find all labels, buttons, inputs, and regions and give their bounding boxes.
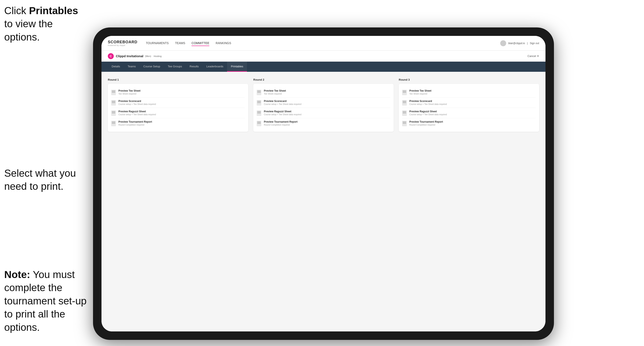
nav-committee[interactable]: COMMITTEE xyxy=(192,40,209,46)
nav-rankings[interactable]: RANKINGS xyxy=(216,40,231,46)
tab-printables[interactable]: Printables xyxy=(227,62,247,72)
annotation-middle: Select what you need to print. xyxy=(4,167,84,193)
print-item-subtitle: Course setup + Tee Sheet data required xyxy=(409,113,536,116)
tournament-status: Hosting xyxy=(154,55,162,57)
round-1-card: Preview Tee SheetTee Sheet requiredPrevi… xyxy=(108,84,248,132)
main-content: Round 1Preview Tee SheetTee Sheet requir… xyxy=(102,72,546,332)
print-item-title: Preview Scorecard xyxy=(118,100,245,103)
logo-area: SCOREBOARD Powered by clippd xyxy=(108,40,138,46)
rounds-grid: Round 1Preview Tee SheetTee Sheet requir… xyxy=(108,78,539,132)
annotation-bottom: Note: You must complete the tournament s… xyxy=(4,268,93,334)
annotation-top: Click Printables to view the options. xyxy=(4,4,84,44)
print-item-title: Preview Scorecard xyxy=(409,100,536,103)
round-2-card: Preview Tee SheetTee Sheet requiredPrevi… xyxy=(253,84,394,132)
print-item-subtitle: Round Completion required xyxy=(264,124,390,126)
nav-teams[interactable]: TEAMS xyxy=(175,40,185,46)
document-icon xyxy=(257,121,261,126)
round-2-column: Round 2Preview Tee SheetTee Sheet requir… xyxy=(253,78,394,132)
round-1-item-1[interactable]: Preview Tee SheetTee Sheet required xyxy=(111,87,245,98)
print-item-title: Preview Raguzzi Sheet xyxy=(409,110,536,113)
document-icon xyxy=(402,90,407,95)
round-2-item-2[interactable]: Preview ScorecardCourse setup + Tee Shee… xyxy=(257,98,390,108)
tablet-shell: SCOREBOARD Powered by clippd TOURNAMENTS… xyxy=(93,27,554,340)
tournament-name: Clippd Invitational xyxy=(116,54,143,58)
tab-bar: Details Teams Course Setup Tee Groups Re… xyxy=(102,62,546,72)
annotation-bold: Printables xyxy=(29,5,78,16)
tab-course-setup[interactable]: Course Setup xyxy=(140,62,164,72)
top-nav-right: blair@clippd.io | Sign out xyxy=(500,40,539,46)
print-item-subtitle: Round Completion required xyxy=(409,124,536,126)
sign-out-link[interactable]: Sign out xyxy=(530,42,539,45)
round-1-title: Round 1 xyxy=(108,78,248,81)
print-item-subtitle: Round Completion required xyxy=(118,124,245,126)
tournament-logo: C xyxy=(108,53,114,59)
print-item-subtitle: Course setup + Tee Sheet data required xyxy=(118,103,245,105)
logo-title: SCOREBOARD xyxy=(108,40,138,44)
document-icon xyxy=(111,90,116,95)
print-item-title: Preview Tournament Report xyxy=(118,120,245,123)
print-item-subtitle: Course setup + Tee Sheet data required xyxy=(409,103,536,105)
round-2-item-1[interactable]: Preview Tee SheetTee Sheet required xyxy=(257,87,390,98)
round-1-item-3[interactable]: Preview Raguzzi SheetCourse setup + Tee … xyxy=(111,108,245,118)
print-item-subtitle: Tee Sheet required xyxy=(118,93,245,95)
print-item-title: Preview Raguzzi Sheet xyxy=(118,110,245,113)
document-icon xyxy=(402,121,407,126)
round-2-item-3[interactable]: Preview Raguzzi SheetCourse setup + Tee … xyxy=(257,108,390,118)
tab-results[interactable]: Results xyxy=(186,62,202,72)
print-item-title: Preview Scorecard xyxy=(264,100,390,103)
tablet-screen: SCOREBOARD Powered by clippd TOURNAMENTS… xyxy=(102,36,546,332)
round-3-title: Round 3 xyxy=(399,78,539,81)
tab-tee-groups[interactable]: Tee Groups xyxy=(164,62,186,72)
separator: | xyxy=(527,42,528,45)
round-3-column: Round 3Preview Tee SheetTee Sheet requir… xyxy=(399,78,539,132)
print-item-subtitle: Course setup + Tee Sheet data required xyxy=(264,103,390,105)
round-3-card: Preview Tee SheetTee Sheet requiredPrevi… xyxy=(399,84,539,132)
round-2-item-4[interactable]: Preview Tournament ReportRound Completio… xyxy=(257,118,390,128)
print-item-title: Preview Tournament Report xyxy=(409,120,536,123)
round-3-item-3[interactable]: Preview Raguzzi SheetCourse setup + Tee … xyxy=(402,108,536,118)
document-icon xyxy=(257,110,261,116)
print-item-title: Preview Tee Sheet xyxy=(118,89,245,92)
document-icon xyxy=(402,100,407,106)
document-icon xyxy=(111,110,116,116)
tab-details[interactable]: Details xyxy=(108,62,124,72)
print-item-title: Preview Raguzzi Sheet xyxy=(264,110,390,113)
document-icon xyxy=(111,100,116,106)
print-item-title: Preview Tee Sheet xyxy=(409,89,536,92)
top-nav: SCOREBOARD Powered by clippd TOURNAMENTS… xyxy=(102,36,546,51)
nav-tournaments[interactable]: TOURNAMENTS xyxy=(146,40,169,46)
round-1-item-2[interactable]: Preview ScorecardCourse setup + Tee Shee… xyxy=(111,98,245,108)
tab-leaderboards[interactable]: Leaderboards xyxy=(202,62,227,72)
print-item-subtitle: Tee Sheet required xyxy=(264,93,390,95)
print-item-subtitle: Tee Sheet required xyxy=(409,93,536,95)
top-nav-links: TOURNAMENTS TEAMS COMMITTEE RANKINGS xyxy=(146,40,500,46)
round-2-title: Round 2 xyxy=(253,78,394,81)
document-icon xyxy=(111,121,116,126)
round-3-item-2[interactable]: Preview ScorecardCourse setup + Tee Shee… xyxy=(402,98,536,108)
logo-sub: Powered by clippd xyxy=(108,44,138,46)
sub-header: C Clippd Invitational (Men) Hosting Canc… xyxy=(102,51,546,62)
round-1-column: Round 1Preview Tee SheetTee Sheet requir… xyxy=(108,78,248,132)
print-item-title: Preview Tournament Report xyxy=(264,120,390,123)
user-email: blair@clippd.io xyxy=(508,42,525,45)
annotation-note-bold: Note: xyxy=(4,269,30,280)
document-icon xyxy=(257,100,261,106)
tournament-badge: (Men) xyxy=(145,55,151,57)
tab-teams[interactable]: Teams xyxy=(124,62,140,72)
cancel-button[interactable]: Cancel ✕ xyxy=(528,54,539,58)
user-avatar xyxy=(500,40,506,46)
round-3-item-4[interactable]: Preview Tournament ReportRound Completio… xyxy=(402,118,536,128)
print-item-subtitle: Course setup + Tee Sheet data required xyxy=(264,113,390,116)
document-icon xyxy=(402,110,407,116)
round-3-item-1[interactable]: Preview Tee SheetTee Sheet required xyxy=(402,87,536,98)
print-item-subtitle: Course setup + Tee Sheet data required xyxy=(118,113,245,116)
round-1-item-4[interactable]: Preview Tournament ReportRound Completio… xyxy=(111,118,245,128)
print-item-title: Preview Tee Sheet xyxy=(264,89,390,92)
document-icon xyxy=(257,90,261,95)
